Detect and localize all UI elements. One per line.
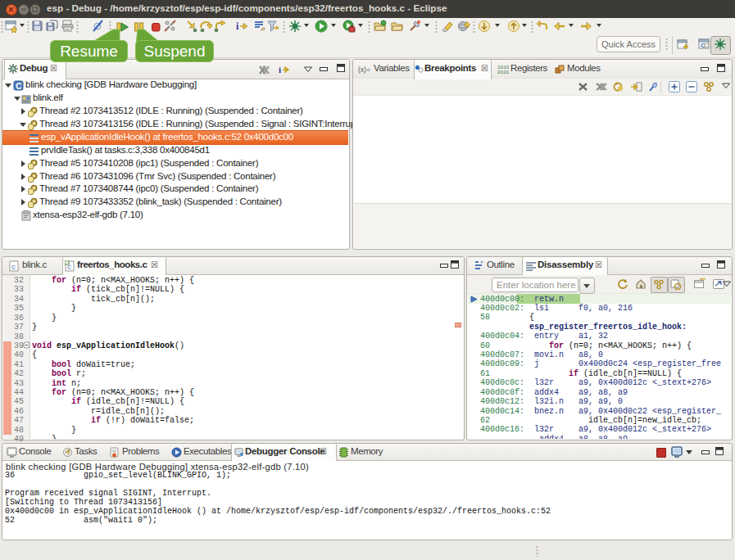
svg-text:i: i <box>279 65 281 75</box>
svg-text:C: C <box>16 82 21 91</box>
svg-text:(x)=: (x)= <box>358 65 370 74</box>
svg-text:i: i <box>236 20 239 32</box>
svg-text:0101: 0101 <box>497 70 509 75</box>
svg-text:c: c <box>11 264 16 272</box>
